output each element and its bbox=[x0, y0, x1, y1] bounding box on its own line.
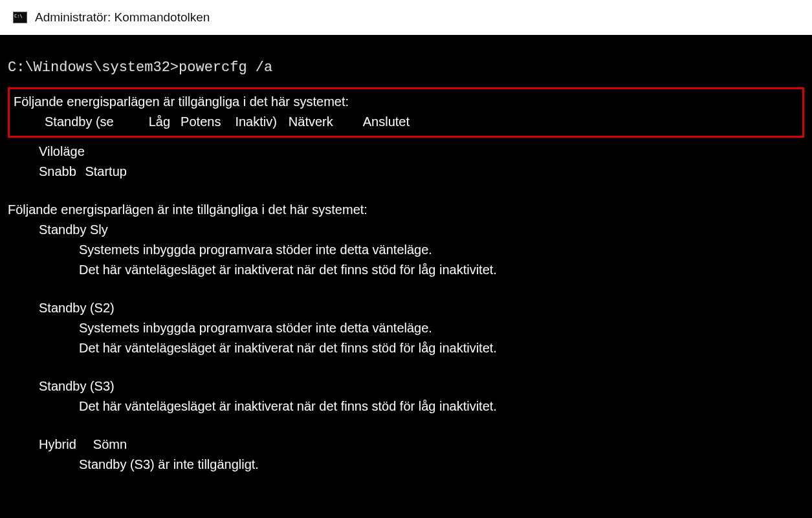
s3-line1: Det här väntelägesläget är inaktiverat n… bbox=[8, 396, 804, 416]
cmd-icon bbox=[13, 12, 27, 23]
standby-word-3: Inaktiv) bbox=[235, 112, 276, 132]
hybrid-line1: Standby (S3) är inte tillgängligt. bbox=[8, 455, 804, 475]
unavailable-header: Följande energisparlägen är inte tillgän… bbox=[8, 200, 804, 220]
hybrid-title: Hybrid Sömn bbox=[8, 435, 804, 455]
hybrid-a: Hybrid bbox=[39, 435, 76, 455]
s2-line1: Systemets inbyggda programvara stöder in… bbox=[8, 318, 804, 338]
standby-word-5: Anslutet bbox=[363, 112, 410, 132]
standby-lead: Standby (se bbox=[14, 112, 114, 132]
window-title: Administratör: Kommandotolken bbox=[35, 10, 210, 25]
s1-line1: Systemets inbyggda programvara stöder in… bbox=[8, 240, 804, 260]
s2-line2: Det här väntelägesläget är inaktiverat n… bbox=[8, 338, 804, 358]
s3-title: Standby (S3) bbox=[8, 376, 804, 396]
window-titlebar: Administratör: Kommandotolken bbox=[0, 0, 812, 35]
standby-word-1: Låg bbox=[149, 112, 170, 132]
standby-row: Standby (se Låg Potens Inaktiv) Nätverk … bbox=[14, 112, 798, 132]
standby-word-4: Nätverk bbox=[289, 112, 333, 132]
hybrid-b: Sömn bbox=[93, 435, 127, 455]
s2-title: Standby (S2) bbox=[8, 298, 804, 318]
fast-startup-line: Snabb Startup bbox=[8, 162, 804, 182]
available-header: Följande energisparlägen är tillgängliga… bbox=[14, 92, 798, 112]
prompt-line: C:\Windows\system32>powercfg /a bbox=[8, 59, 804, 76]
hibernate-line: Viloläge bbox=[8, 142, 804, 162]
fast-startup-b: Startup bbox=[85, 164, 126, 178]
s1-line2: Det här väntelägesläget är inaktiverat n… bbox=[8, 260, 804, 280]
fast-startup-a: Snabb bbox=[39, 164, 76, 178]
s1-title: Standby Sly bbox=[8, 220, 804, 240]
terminal-body[interactable]: C:\Windows\system32>powercfg /a Följande… bbox=[0, 35, 812, 518]
standby-word-2: Potens bbox=[181, 112, 221, 132]
highlighted-section: Följande energisparlägen är tillgängliga… bbox=[8, 87, 804, 138]
